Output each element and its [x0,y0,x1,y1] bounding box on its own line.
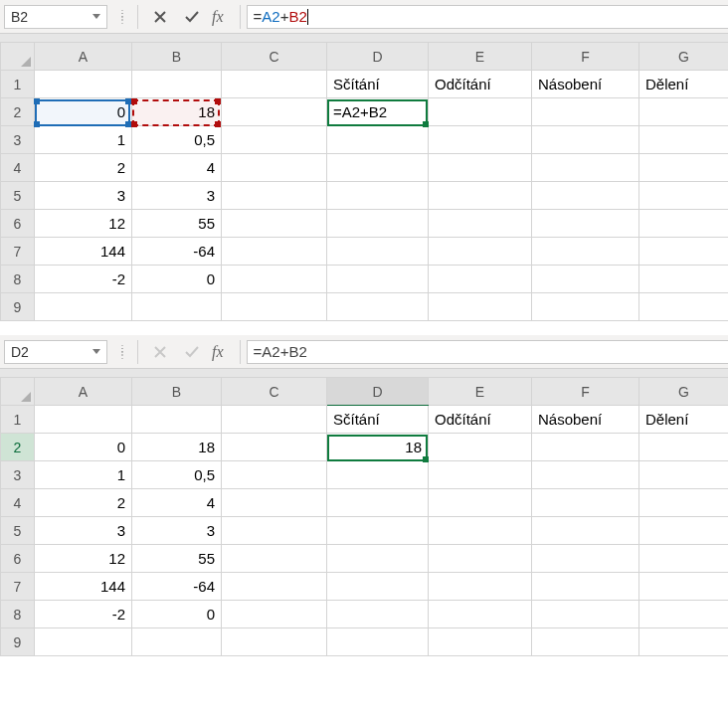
row-header-6[interactable]: 6 [1,545,35,573]
cell-A8[interactable]: -2 [35,266,132,293]
cell-A1[interactable] [35,406,132,434]
cell-C4[interactable] [222,154,327,182]
cell-B9[interactable] [132,293,222,321]
row-header-4[interactable]: 4 [1,154,35,182]
dropdown-caret-icon[interactable] [92,14,100,20]
cell-C2[interactable] [222,98,327,126]
cell-G7[interactable] [639,238,729,266]
cell-C3[interactable] [222,461,327,489]
cell-E7[interactable] [429,573,532,601]
cell-A4[interactable]: 2 [35,489,132,517]
cell-E4[interactable] [429,489,532,517]
cell-E3[interactable] [429,126,532,154]
col-header-A[interactable]: A [35,378,132,406]
col-header-D[interactable]: D [327,378,429,406]
cell-G7[interactable] [639,573,729,601]
cell-E2[interactable] [429,98,532,126]
cell-D1[interactable]: Sčítání [327,71,429,98]
cell-A9[interactable] [35,628,132,656]
cell-C7[interactable] [222,573,327,601]
cell-A3[interactable]: 1 [35,126,132,154]
cell-F1[interactable]: Násobení [532,71,639,98]
cell-C3[interactable] [222,126,327,154]
row-header-8[interactable]: 8 [1,601,35,628]
row-header-2[interactable]: 2 [1,98,35,126]
cell-G5[interactable] [639,517,729,545]
cell-D3[interactable] [327,461,429,489]
spreadsheet-top[interactable]: A B C D E F G 1 Sčítání Odčítání Násoben… [0,42,728,321]
col-header-B[interactable]: B [132,378,222,406]
row-header-6[interactable]: 6 [1,210,35,238]
cell-B6[interactable]: 55 [132,210,222,238]
cell-F7[interactable] [532,238,639,266]
dropdown-caret-icon[interactable] [92,349,100,355]
cell-B2[interactable]: 18 [132,98,222,126]
cell-E8[interactable] [429,266,532,293]
cell-C1[interactable] [222,406,327,434]
cell-F9[interactable] [532,293,639,321]
cell-C9[interactable] [222,293,327,321]
row-header-5[interactable]: 5 [1,182,35,210]
cell-D1[interactable]: Sčítání [327,406,429,434]
cell-B3[interactable]: 0,5 [132,126,222,154]
cell-B6[interactable]: 55 [132,545,222,573]
cell-E1[interactable]: Odčítání [429,406,532,434]
col-header-B[interactable]: B [132,43,222,71]
row-header-8[interactable]: 8 [1,266,35,293]
col-header-A[interactable]: A [35,43,132,71]
cell-B8[interactable]: 0 [132,266,222,293]
col-header-F[interactable]: F [532,43,639,71]
cell-E1[interactable]: Odčítání [429,71,532,98]
cell-G2[interactable] [639,434,729,461]
cell-G1[interactable]: Dělení [639,71,729,98]
cell-D5[interactable] [327,517,429,545]
cell-F2[interactable] [532,434,639,461]
row-header-7[interactable]: 7 [1,238,35,266]
col-header-D[interactable]: D [327,43,429,71]
cell-F1[interactable]: Násobení [532,406,639,434]
col-header-G[interactable]: G [639,378,729,406]
cell-D9[interactable] [327,293,429,321]
cell-B5[interactable]: 3 [132,182,222,210]
cell-C4[interactable] [222,489,327,517]
cell-E2[interactable] [429,434,532,461]
row-header-9[interactable]: 9 [1,628,35,656]
cell-F8[interactable] [532,266,639,293]
confirm-button[interactable] [176,0,208,33]
cell-A8[interactable]: -2 [35,601,132,628]
cell-C9[interactable] [222,628,327,656]
col-header-C[interactable]: C [222,43,327,71]
cell-A7[interactable]: 144 [35,238,132,266]
cell-F5[interactable] [532,182,639,210]
select-all-corner[interactable] [1,43,35,71]
cell-E6[interactable] [429,210,532,238]
cell-E5[interactable] [429,182,532,210]
cell-D8[interactable] [327,266,429,293]
cell-G6[interactable] [639,545,729,573]
cell-C2[interactable] [222,434,327,461]
cell-E9[interactable] [429,628,532,656]
cell-D8[interactable] [327,601,429,628]
fx-icon[interactable]: fx [208,8,234,26]
cell-D6[interactable] [327,210,429,238]
cell-F6[interactable] [532,210,639,238]
cell-C5[interactable] [222,517,327,545]
col-header-G[interactable]: G [639,43,729,71]
cell-E5[interactable] [429,517,532,545]
cell-G4[interactable] [639,154,729,182]
cell-B3[interactable]: 0,5 [132,461,222,489]
cell-A6[interactable]: 12 [35,210,132,238]
cell-B9[interactable] [132,628,222,656]
row-header-9[interactable]: 9 [1,293,35,321]
cell-B2[interactable]: 18 [132,434,222,461]
spreadsheet-bottom[interactable]: A B C D E F G 1 Sčítání Odčítání Násoben… [0,377,728,656]
cell-F3[interactable] [532,461,639,489]
cell-D5[interactable] [327,182,429,210]
row-header-5[interactable]: 5 [1,517,35,545]
cell-E8[interactable] [429,601,532,628]
cell-A2[interactable]: 0 [35,98,132,126]
col-header-E[interactable]: E [429,378,532,406]
cell-B4[interactable]: 4 [132,489,222,517]
row-header-4[interactable]: 4 [1,489,35,517]
cell-C5[interactable] [222,182,327,210]
